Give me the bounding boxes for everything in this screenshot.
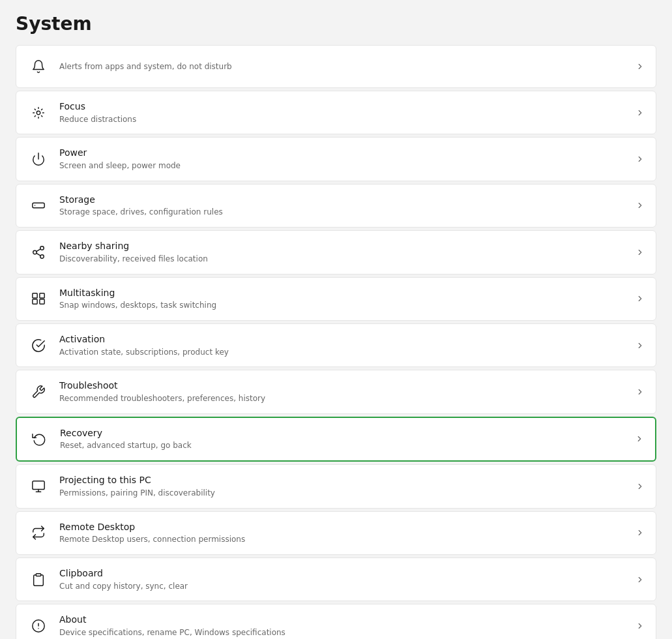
power-text: Power Screen and sleep, power mode [59,147,635,171]
settings-item-recovery[interactable]: Recovery Reset, advanced startup, go bac… [16,417,656,462]
activation-text: Activation Activation state, subscriptio… [59,333,635,357]
storage-title: Storage [59,194,635,207]
svg-rect-11 [33,299,37,304]
svg-rect-9 [33,293,37,298]
storage-chevron [635,200,645,211]
remote-desktop-subtitle: Remote Desktop users, connection permiss… [59,534,635,545]
nearby-sharing-title: Nearby sharing [59,240,635,253]
settings-item-storage[interactable]: Storage Storage space, drives, configura… [16,184,656,228]
activation-icon [27,334,50,357]
svg-point-0 [37,111,40,115]
storage-text: Storage Storage space, drives, configura… [59,194,635,218]
troubleshoot-text: Troubleshoot Recommended troubleshooters… [59,379,635,404]
multitasking-text: Multitasking Snap windows, desktops, tas… [59,287,635,311]
nearby-sharing-text: Nearby sharing Discoverability, received… [59,240,635,264]
focus-text: Focus Reduce distractions [59,100,635,125]
clipboard-chevron [635,574,645,585]
troubleshoot-icon [27,380,50,404]
svg-rect-13 [33,481,44,490]
focus-chevron [635,108,645,118]
clipboard-title: Clipboard [59,567,635,580]
power-icon [27,147,50,171]
settings-item-activation[interactable]: Activation Activation state, subscriptio… [16,323,656,367]
multitasking-subtitle: Snap windows, desktops, task switching [59,300,635,311]
storage-subtitle: Storage space, drives, configuration rul… [59,207,635,218]
about-subtitle: Device specifications, rename PC, Window… [59,627,635,638]
activation-subtitle: Activation state, subscriptions, product… [59,347,635,358]
bell-icon [27,55,50,78]
page-title: System [16,13,656,35]
svg-line-7 [37,253,40,256]
power-title: Power [59,147,635,160]
recovery-icon [27,427,51,451]
remote-desktop-title: Remote Desktop [59,521,635,534]
settings-item-nearby-sharing[interactable]: Nearby sharing Discoverability, received… [16,230,656,274]
about-text: About Device specifications, rename PC, … [59,614,635,638]
projecting-title: Projecting to this PC [59,474,635,487]
settings-list: Alerts from apps and system, do not dist… [16,45,656,639]
about-icon [27,614,50,638]
projecting-icon [27,475,50,498]
troubleshoot-title: Troubleshoot [59,379,635,393]
multitasking-chevron [635,293,645,304]
nearby-sharing-subtitle: Discoverability, received files location [59,254,635,265]
activation-chevron [635,340,645,351]
projecting-chevron [635,481,645,492]
settings-item-notifications[interactable]: Alerts from apps and system, do not dist… [16,45,656,88]
recovery-title: Recovery [60,427,634,440]
about-title: About [59,614,635,627]
settings-item-about[interactable]: About Device specifications, rename PC, … [16,604,656,639]
power-chevron [635,154,645,164]
projecting-text: Projecting to this PC Permissions, pairi… [59,474,635,498]
svg-rect-12 [40,299,44,304]
activation-title: Activation [59,333,635,346]
power-subtitle: Screen and sleep, power mode [59,160,635,171]
focus-title: Focus [59,100,635,113]
clipboard-text: Clipboard Cut and copy history, sync, cl… [59,567,635,591]
settings-item-power[interactable]: Power Screen and sleep, power mode [16,137,656,181]
about-chevron [635,621,645,631]
remote-desktop-chevron [635,528,645,538]
troubleshoot-subtitle: Recommended troubleshooters, preferences… [59,393,635,404]
projecting-subtitle: Permissions, pairing PIN, discoverabilit… [59,488,635,499]
recovery-subtitle: Reset, advanced startup, go back [60,440,634,451]
troubleshoot-chevron [635,387,645,397]
nearby-sharing-icon [27,241,50,264]
settings-item-projecting[interactable]: Projecting to this PC Permissions, pairi… [16,464,656,508]
clipboard-subtitle: Cut and copy history, sync, clear [59,581,635,592]
settings-item-troubleshoot[interactable]: Troubleshoot Recommended troubleshooters… [16,370,656,413]
multitasking-icon [27,287,50,310]
svg-line-8 [37,249,40,252]
remote-desktop-icon [27,521,50,544]
settings-item-clipboard[interactable]: Clipboard Cut and copy history, sync, cl… [16,557,656,601]
recovery-text: Recovery Reset, advanced startup, go bac… [60,427,634,451]
svg-rect-16 [36,573,40,576]
nearby-sharing-chevron [635,247,645,258]
settings-item-focus[interactable]: Focus Reduce distractions [16,91,656,134]
focus-icon [27,101,50,125]
svg-rect-2 [33,203,44,208]
remote-desktop-text: Remote Desktop Remote Desktop users, con… [59,521,635,545]
notifications-subtitle: Alerts from apps and system, do not dist… [59,61,635,72]
focus-subtitle: Reduce distractions [59,114,635,125]
settings-item-remote-desktop[interactable]: Remote Desktop Remote Desktop users, con… [16,511,656,555]
notifications-chevron [635,61,645,72]
multitasking-title: Multitasking [59,287,635,300]
recovery-chevron [634,434,645,444]
clipboard-icon [27,568,50,591]
storage-icon [27,194,50,217]
svg-rect-10 [40,293,44,298]
notifications-text: Alerts from apps and system, do not dist… [59,61,635,72]
settings-item-multitasking[interactable]: Multitasking Snap windows, desktops, tas… [16,277,656,321]
